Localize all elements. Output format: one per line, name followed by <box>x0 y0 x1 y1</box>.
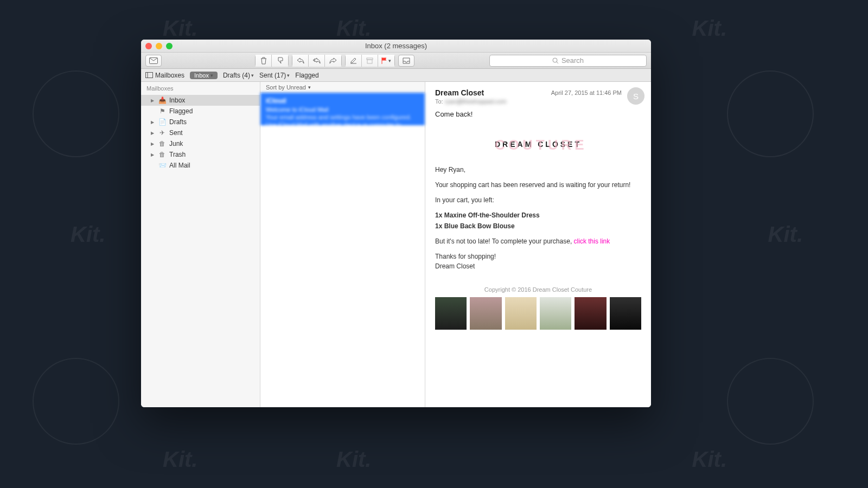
message-list: Sort by Unread ▾ iCloud Welcome to iClou… <box>260 82 425 407</box>
favorites-bar: Mailboxes Inbox▾ Drafts (4)▾ Sent (17)▾ … <box>141 69 651 82</box>
body-greeting: Hey Ryan, <box>435 166 641 174</box>
titlebar: Inbox (2 messages) <box>141 40 651 53</box>
archive-button[interactable] <box>362 55 378 67</box>
sidebar-item-label: All Mail <box>169 162 190 169</box>
trash-icon <box>260 57 267 65</box>
minimize-window-button[interactable] <box>156 43 162 49</box>
junk-icon: 🗑 <box>158 140 166 147</box>
product-thumbnail[interactable] <box>540 297 571 330</box>
disclosure-triangle-icon[interactable]: ▶ <box>151 98 155 103</box>
avatar: S <box>627 87 644 105</box>
thumbs-down-icon <box>277 57 284 64</box>
sidebar-item-allmail[interactable]: 📨 All Mail <box>141 160 260 171</box>
delete-button[interactable] <box>256 55 272 67</box>
message-row[interactable]: iCloud Welcome to iCloud Mail Your email… <box>260 93 425 125</box>
chevron-down-icon: ▾ <box>251 73 254 78</box>
fav-flagged[interactable]: Flagged <box>295 72 318 79</box>
to-line: To: ryan@theshoppad.com <box>435 98 641 105</box>
reply-icon <box>297 57 304 64</box>
compose-group: ▾ <box>345 55 395 67</box>
sidebar-item-flagged[interactable]: ⚑ Flagged <box>141 106 260 117</box>
svg-point-3 <box>553 58 557 62</box>
paper-plane-icon: ✈ <box>158 129 166 137</box>
search-placeholder: Search <box>561 56 584 65</box>
trash-icon: 🗑 <box>158 151 166 158</box>
reply-group <box>292 55 342 67</box>
product-thumbnail[interactable] <box>610 297 641 330</box>
fav-drafts[interactable]: Drafts (4)▾ <box>223 72 254 79</box>
product-thumbnail[interactable] <box>470 297 501 330</box>
to-recipient: ryan@theshoppad.com <box>445 98 507 105</box>
fav-sent[interactable]: Sent (17)▾ <box>259 72 290 79</box>
sidebar-item-label: Flagged <box>169 107 193 115</box>
delete-junk-group <box>255 55 289 67</box>
window-controls <box>145 43 173 49</box>
body-line-1: Your shopping cart has been reserved and… <box>435 181 641 189</box>
chevron-down-icon: ▾ <box>308 85 311 90</box>
product-thumbnails <box>435 297 641 330</box>
compose-icon <box>350 57 357 64</box>
copyright: Copyright © 2016 Dream Closet Couture <box>435 286 641 293</box>
move-button[interactable] <box>398 55 414 67</box>
junk-button[interactable] <box>272 55 288 67</box>
mail-window: Inbox (2 messages) <box>141 40 651 407</box>
brand-ghost-text: COUTURE <box>495 137 582 153</box>
sidebar-item-label: Drafts <box>169 118 187 126</box>
zoom-window-button[interactable] <box>166 43 173 49</box>
sidebar-item-sent[interactable]: ▶ ✈ Sent <box>141 127 260 138</box>
body-line-2: In your cart, you left: <box>435 196 641 204</box>
sidebar-item-junk[interactable]: ▶ 🗑 Junk <box>141 138 260 149</box>
cta-paragraph: But it's not too late! To complete your … <box>435 237 641 245</box>
reading-pane: Dream Closet April 27, 2015 at 11:46 PM … <box>425 82 651 407</box>
forward-icon <box>329 57 337 64</box>
svg-rect-4 <box>146 73 153 78</box>
sidebar-item-inbox[interactable]: ▶ 📥 Inbox <box>141 95 260 106</box>
sidebar-item-trash[interactable]: ▶ 🗑 Trash <box>141 149 260 160</box>
mailboxes-toggle[interactable]: Mailboxes <box>145 72 184 79</box>
disclosure-triangle-icon[interactable]: ▶ <box>151 142 155 146</box>
disclosure-triangle-icon[interactable]: ▶ <box>151 120 155 125</box>
message-body: COUTURE DREAM CLOSET Hey Ryan, Your shop… <box>425 124 651 330</box>
close-window-button[interactable] <box>145 43 152 49</box>
cart-item-2: 1x Blue Back Bow Blouse <box>435 222 641 230</box>
archive-icon <box>366 57 373 64</box>
product-thumbnail[interactable] <box>575 297 606 330</box>
disclosure-triangle-icon[interactable]: ▶ <box>151 131 155 136</box>
search-input[interactable]: Search <box>489 55 647 67</box>
compose-button[interactable] <box>346 55 362 67</box>
body-signature: Dream Closet <box>435 262 641 270</box>
message-header: Dream Closet April 27, 2015 at 11:46 PM … <box>425 82 651 124</box>
product-thumbnail[interactable] <box>435 297 467 330</box>
chevron-down-icon: ▾ <box>287 73 290 78</box>
product-thumbnail[interactable] <box>505 297 537 330</box>
cart-item-1: 1x Maxine Off-the-Shoulder Dress <box>435 211 641 219</box>
forward-button[interactable] <box>325 55 341 67</box>
sidebar-item-label: Junk <box>169 140 183 147</box>
window-title: Inbox (2 messages) <box>141 42 651 50</box>
content-area: Mailboxes ▶ 📥 Inbox ⚑ Flagged ▶ 📄 Drafts… <box>141 82 651 407</box>
sidebar-item-label: Sent <box>169 129 183 137</box>
message-date: April 27, 2015 at 11:46 PM <box>551 89 622 96</box>
inbox-icon: 📥 <box>158 97 166 104</box>
sidebar-item-label: Inbox <box>169 97 185 104</box>
chevron-down-icon: ▾ <box>388 58 391 63</box>
body-thanks: Thanks for shopping! <box>435 253 641 260</box>
document-icon: 📄 <box>158 118 166 126</box>
svg-rect-2 <box>367 60 372 63</box>
flag-button[interactable]: ▾ <box>378 55 394 67</box>
envelope-icon <box>149 57 158 64</box>
sidebar-item-drafts[interactable]: ▶ 📄 Drafts <box>141 117 260 127</box>
sidebar-icon <box>145 72 153 78</box>
flag-icon <box>381 57 387 64</box>
reply-all-button[interactable] <box>309 55 325 67</box>
message-subject: Come back! <box>435 110 641 118</box>
flag-icon: ⚑ <box>158 107 166 115</box>
reply-button[interactable] <box>292 55 309 67</box>
sort-bar[interactable]: Sort by Unread ▾ <box>260 82 425 93</box>
toolbar: ▾ Search <box>141 53 651 69</box>
fav-inbox-pill[interactable]: Inbox▾ <box>190 72 218 79</box>
sidebar-header: Mailboxes <box>141 82 260 95</box>
new-message-button[interactable] <box>145 55 162 67</box>
cta-link[interactable]: click this link <box>574 237 610 245</box>
disclosure-triangle-icon[interactable]: ▶ <box>151 152 155 157</box>
